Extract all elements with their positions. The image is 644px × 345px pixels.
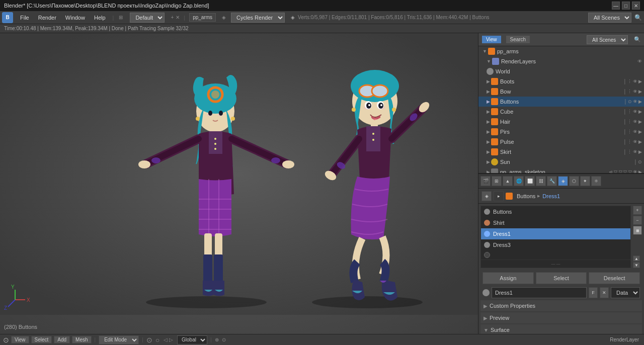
pulse-render-icon[interactable]: ⋮ <box>627 139 632 144</box>
material-dress3[interactable]: Dress3 <box>481 239 630 250</box>
outliner-item-pparms[interactable]: ▼ pp_arms <box>478 46 644 56</box>
material-dress1[interactable]: Dress1 <box>481 228 630 239</box>
bow-eye-icon[interactable]: 👁 <box>633 89 637 94</box>
skel-vis-icon[interactable]: 👁 <box>633 169 637 173</box>
mat-x-button[interactable]: ✕ <box>600 287 609 298</box>
outliner-tab-view[interactable]: View <box>481 35 502 44</box>
pirs-eye-icon[interactable]: 👁 <box>633 129 637 134</box>
outliner-item-hair[interactable]: ▶ Hair │ ⋮ 👁 ▶ <box>478 117 644 127</box>
outliner-search-icon[interactable]: 🔍 <box>634 36 641 43</box>
outliner-item-skeleton[interactable]: ▶ pp_arms_skeleton ⊲ ▽ ▽ ▽ ▽ 👁 ▶ <box>478 167 644 173</box>
search-icon[interactable]: 🔍 <box>634 14 642 21</box>
menu-file[interactable]: File <box>16 14 33 22</box>
material-shirt[interactable]: Shirt <box>481 217 630 228</box>
outliner-item-bow[interactable]: ▶ Bow │ ⋮ 👁 ▶ <box>478 87 644 97</box>
bottom-sphere-icon[interactable]: ⊙ <box>3 336 9 344</box>
buttons-eye-icon[interactable]: 👁 <box>633 99 637 104</box>
scroll-up-button[interactable]: ▲ <box>633 255 640 262</box>
prop-icon-physics[interactable]: ⚛ <box>591 176 601 186</box>
surface-section[interactable]: ▼ Surface <box>480 324 642 334</box>
pirs-vis-icon[interactable]: │ <box>623 129 626 134</box>
viewport-3d[interactable]: X Y Z (280) Buttons <box>0 33 478 334</box>
engine-select[interactable]: Cycles Render <box>231 13 285 23</box>
sun-vis-icon[interactable]: │ <box>634 159 637 164</box>
close-button[interactable]: ✕ <box>632 2 640 10</box>
bow-render-icon[interactable]: ⋮ <box>627 89 632 94</box>
preview-section[interactable]: ▶ Preview <box>480 312 642 323</box>
scene-filter-select[interactable]: All Scenes <box>587 35 628 44</box>
pulse-arrow-icon[interactable]: ▶ <box>638 139 642 144</box>
view-button[interactable]: View <box>11 336 29 343</box>
sun-render-icon[interactable]: ⊙ <box>638 159 642 164</box>
blender-logo[interactable]: B <box>2 12 13 23</box>
outliner-item-boots[interactable]: ▶ Boots │ ⋮ 👁 ▶ <box>478 76 644 87</box>
prop-icon-object[interactable]: ⬜ <box>525 176 535 186</box>
mesh-button[interactable]: Mesh <box>72 336 91 343</box>
outliner-item-renderlayers[interactable]: ▼ RenderLayers 👁 <box>478 56 644 66</box>
outliner-item-sun[interactable]: ▶ Sun │ ⊙ <box>478 157 644 167</box>
mat-remove-button[interactable]: − <box>633 216 642 225</box>
skirt-arrow-icon[interactable]: ▶ <box>638 149 642 154</box>
custom-props-section[interactable]: ▶ Custom Properties <box>480 300 642 311</box>
mat-copy-button[interactable]: ◼ <box>633 226 642 235</box>
material-empty[interactable] <box>481 250 630 260</box>
prop-edit-icon[interactable]: ⊙ <box>222 337 226 342</box>
prop-nav-fwd[interactable]: ▸ <box>494 191 504 201</box>
hair-render-icon[interactable]: ⋮ <box>627 119 632 124</box>
material-name-input[interactable] <box>492 287 587 298</box>
outliner-item-buttons[interactable]: ▶ Buttons │ ⊙ 👁 ▶ <box>478 97 644 107</box>
boots-eye-icon[interactable]: 👁 <box>633 79 637 84</box>
menu-help[interactable]: Help <box>90 14 110 22</box>
skirt-vis-icon[interactable]: │ <box>623 149 626 154</box>
breadcrumb-dress1[interactable]: Dress1 <box>542 193 560 199</box>
hair-eye-icon[interactable]: 👁 <box>633 119 637 124</box>
outliner-item-cube[interactable]: ▶ Cube │ ⋮ 👁 ▶ <box>478 107 644 117</box>
pirs-arrow-icon[interactable]: ▶ <box>638 129 642 134</box>
prop-icon-world[interactable]: 🌐 <box>514 176 524 186</box>
hair-vis-icon[interactable]: │ <box>623 119 626 124</box>
prop-icon-particle[interactable]: ✦ <box>580 176 590 186</box>
outliner-item-skirt[interactable]: ▶ Skirt │ ⋮ 👁 ▶ <box>478 147 644 157</box>
material-buttons[interactable]: Buttons <box>481 206 630 217</box>
mode-select[interactable]: Edit Mode <box>99 335 139 344</box>
outliner-tab-search[interactable]: Search <box>506 35 531 44</box>
minimize-button[interactable]: — <box>612 2 620 10</box>
prop-icon-render[interactable]: 🎬 <box>480 176 491 186</box>
prop-icon-layers[interactable]: ⊞ <box>492 176 502 186</box>
skel-arrow-icon[interactable]: ▶ <box>638 169 642 173</box>
skel-icons[interactable]: ⊲ ▽ ▽ ▽ ▽ <box>609 169 632 173</box>
bow-arrow-icon[interactable]: ▶ <box>638 89 642 94</box>
pulse-eye-icon[interactable]: 👁 <box>633 139 637 144</box>
add-button[interactable]: Add <box>54 336 70 343</box>
renderlayers-vis-icon[interactable]: 👁 <box>637 59 642 64</box>
bow-vis-icon[interactable]: │ <box>623 89 626 94</box>
mat-f-button[interactable]: F <box>589 287 598 298</box>
outliner-body[interactable]: ▼ pp_arms ▼ RenderLayers 👁 World <box>478 46 644 173</box>
menu-window[interactable]: Window <box>61 14 89 22</box>
scroll-down-button[interactable]: ▼ <box>633 262 640 268</box>
scene-input[interactable]: pp_arms <box>189 13 216 22</box>
snap-icon[interactable]: ⊕ <box>215 337 219 342</box>
boots-arrow-icon[interactable]: ▶ <box>638 79 642 84</box>
all-scenes-select[interactable]: All Scenes <box>588 13 631 23</box>
deselect-button[interactable]: Deselect <box>589 272 640 284</box>
cube-render-icon[interactable]: ⋮ <box>627 109 632 114</box>
prop-icon-material[interactable]: ⬡ <box>569 176 579 186</box>
boots-render-icon[interactable]: ⋮ <box>627 79 632 84</box>
buttons-vis-icon[interactable]: │ <box>624 99 627 104</box>
cube-arrow-icon[interactable]: ▶ <box>638 109 642 114</box>
hair-arrow-icon[interactable]: ▶ <box>638 119 642 124</box>
outliner-item-world[interactable]: World <box>478 66 644 76</box>
boots-vis-icon[interactable]: │ <box>623 79 626 84</box>
layout-select[interactable]: Default <box>130 13 165 23</box>
assign-button[interactable]: Assign <box>482 272 534 284</box>
prop-icon-data[interactable]: ◈ <box>558 176 568 186</box>
pirs-render-icon[interactable]: ⋮ <box>627 129 632 134</box>
prop-icon-constraints[interactable]: ⛓ <box>536 176 546 186</box>
mat-data-select[interactable]: Data <box>611 287 640 298</box>
mat-add-button[interactable]: + <box>633 206 642 215</box>
skirt-eye-icon[interactable]: 👁 <box>633 149 637 154</box>
maximize-button[interactable]: □ <box>622 2 630 10</box>
prop-icon-scene[interactable]: ▲ <box>503 176 513 186</box>
menu-render[interactable]: Render <box>34 14 60 22</box>
